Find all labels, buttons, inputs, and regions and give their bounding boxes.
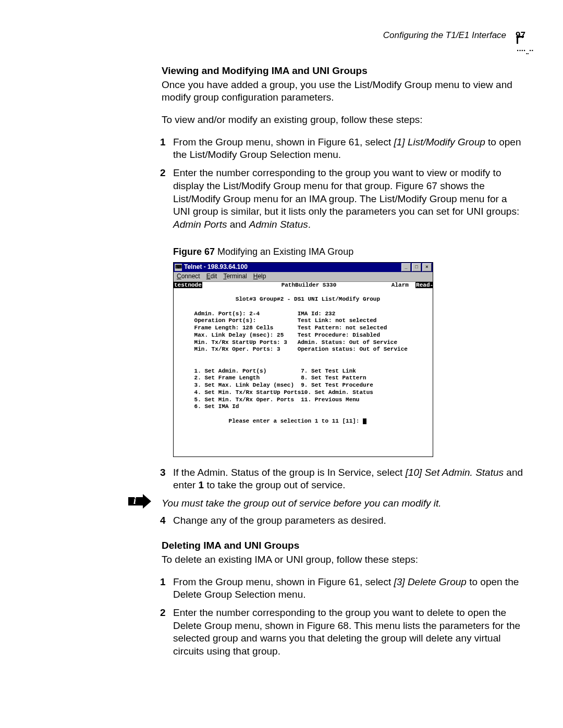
page: Configuring the T1/E1 Interface 97 . . .… — [0, 0, 563, 728]
running-header: Configuring the T1/E1 Interface 97 . . .… — [38, 30, 525, 41]
procedure-list: 1 From the Group menu, shown in Figure 6… — [162, 136, 525, 231]
svg-marker-0 — [128, 494, 151, 509]
paragraph: To view and/or modify an existing group,… — [162, 114, 525, 127]
terminal-output: testnode PathBuilder S330 Alarm Read-Wri… — [174, 282, 433, 456]
step-1: 1 From the Group menu, shown in Figure 6… — [162, 576, 525, 601]
window-app-icon: ⌨ — [175, 264, 182, 271]
content-column: Viewing and Modifying IMA and UNI Groups… — [162, 65, 525, 658]
header-ornament-icon: . . . . . . . . — [517, 44, 532, 55]
paragraph: Once you have added a group, you use the… — [162, 79, 525, 104]
window-titlebar: ⌨ Telnet - 198.93.64.100 _ □ × — [174, 263, 433, 272]
minimize-button[interactable]: _ — [401, 263, 411, 272]
svg-text:i: i — [133, 496, 136, 506]
section-heading: Viewing and Modifying IMA and UNI Groups — [162, 65, 525, 78]
step-3: 3 If the Admin. Status of the group is I… — [162, 466, 525, 492]
menu-terminal[interactable]: Terminal — [223, 273, 247, 281]
page-number: 97 . . . . . . . . — [516, 30, 525, 41]
step-2: 2 Enter the number corresponding to the … — [162, 607, 525, 658]
window-menubar: Connect Edit Terminal Help — [174, 272, 433, 282]
close-button[interactable]: × — [422, 263, 432, 272]
menu-help[interactable]: Help — [253, 273, 266, 281]
note-text: You must take the group out of service b… — [162, 498, 442, 509]
maximize-button[interactable]: □ — [412, 263, 421, 272]
menu-edit[interactable]: Edit — [206, 273, 217, 281]
step-2: 2 Enter the number corresponding to the … — [162, 167, 525, 231]
step-1: 1 From the Group menu, shown in Figure 6… — [162, 136, 525, 162]
telnet-window: ⌨ Telnet - 198.93.64.100 _ □ × Connect E… — [173, 262, 433, 457]
figure-caption: Figure 67 Modifying an Existing IMA Grou… — [173, 246, 525, 258]
header-section: Configuring the T1/E1 Interface — [383, 30, 506, 41]
info-note: i You must take the group out of service… — [128, 497, 525, 510]
step-4: 4 Change any of the group parameters as … — [162, 514, 525, 527]
window-title: Telnet - 198.93.64.100 — [184, 263, 401, 272]
procedure-list-cont: 3 If the Admin. Status of the group is I… — [162, 466, 525, 492]
paragraph: To delete an existing IMA or UNI group, … — [162, 553, 525, 566]
procedure-list-cont2: 4 Change any of the group parameters as … — [162, 514, 525, 527]
menu-connect[interactable]: Connect — [177, 273, 200, 281]
info-arrow-icon: i — [128, 494, 151, 513]
section-heading: Deleting IMA and UNI Groups — [162, 539, 525, 552]
procedure-list-2: 1 From the Group menu, shown in Figure 6… — [162, 576, 525, 658]
